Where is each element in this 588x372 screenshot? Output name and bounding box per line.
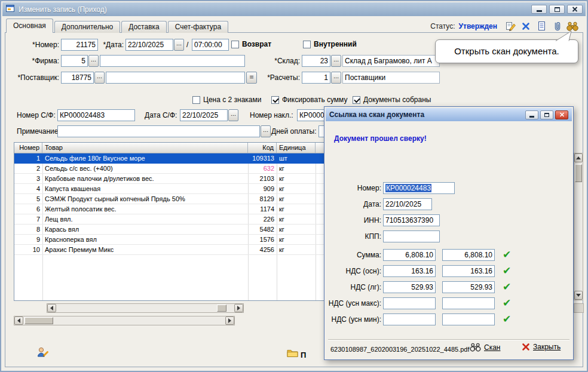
data-label: *Дата: [99,41,124,49]
firma-name-field [100,55,245,67]
equals-button[interactable]: = [246,72,257,84]
firma-picker-button[interactable]: ... [88,55,99,67]
close-dialog-action[interactable]: Закрыть [522,343,561,351]
data-field[interactable]: 22/10/2025 [125,39,173,51]
table-vscrollbar[interactable] [574,153,583,300]
sklad-picker-button[interactable]: ... [331,55,341,67]
cell-unit: кг [277,214,316,224]
dialog-minimize-button[interactable] [525,110,538,119]
cell-name: СЭМЖ Продукт сырный копченый Прядь 50% [42,194,248,204]
data-sf-field[interactable]: 22/10/2025 [180,109,228,121]
verification-checkmark: ✔ [500,248,513,261]
edit-user-icon[interactable] [36,346,49,361]
cell-unit: кг [277,194,316,204]
dialog-nds-lg-field-2[interactable]: 529.93 [442,281,495,293]
tab-schet-faktura[interactable]: Счет-фактура [168,21,228,33]
dialog-summa-field-2[interactable]: 6,808.10 [442,249,495,261]
time-field[interactable]: 07:00:00 [192,39,229,51]
dialog-inn-field[interactable]: 710513637390 [383,214,440,226]
scan-button[interactable]: Скан [470,343,500,352]
close-button[interactable] [567,5,583,14]
tab-dostavka[interactable]: Доставка [121,21,167,33]
vscroll-thumb[interactable] [575,164,582,182]
folder-icon[interactable] [286,348,299,360]
sklad-label: *Склад: [258,57,300,65]
cell-code: 909 [248,184,277,193]
cell-num: 1 [14,153,42,163]
dialog-nds-lg-field-1[interactable]: 529.93 [383,281,436,293]
tab-dopolnitelno[interactable]: Дополнительно [54,21,120,33]
raschety-name-field: Поставщики [342,72,440,84]
nomer-sf-field[interactable]: КР000024483 [57,109,135,121]
data-picker-button[interactable]: ... [174,39,184,51]
cancel-icon[interactable] [520,20,532,32]
dialog-nds-usn-min-field-2[interactable] [442,313,495,325]
dialog-summa-field-1[interactable]: 6,808.10 [383,249,436,261]
nomer-field[interactable]: 21175 [61,39,98,51]
hscroll-thumb[interactable] [217,305,226,312]
table-hscrollbar[interactable] [47,303,244,313]
scroll-left-button[interactable] [47,304,56,312]
scroll-up-button[interactable] [574,153,583,162]
cell-name: Лещ вял. [42,214,248,224]
tooltip-tail [549,30,575,41]
lower-hscrollbar[interactable] [14,316,235,325]
checkbox-cena[interactable]: Цена с 2 знаками [192,96,261,104]
primechanie-picker-button[interactable]: ... [261,125,271,137]
dialog-nds-usn-maks-field-2[interactable] [442,297,495,309]
minimize-button[interactable] [531,5,547,14]
table-header-nomer[interactable]: Номер [14,143,42,153]
table-header-tovar[interactable]: Товар [42,143,248,153]
dialog-nds-usn-min-field-1[interactable] [383,313,436,325]
dialog-nomer-field[interactable]: КР000024483 [383,182,455,194]
dialog-kpp-field[interactable] [383,230,440,242]
cell-name: Капуста квашеная [42,184,248,193]
scroll-down-button[interactable] [574,291,583,300]
raschety-picker-button[interactable]: ... [331,72,341,84]
sklad-field[interactable]: 23 [302,55,330,67]
data-sf-picker-button[interactable]: ... [228,109,238,121]
nomer-nakl-label: Номер накл.: [250,111,293,119]
dialog-nds-usn-maks-field-1[interactable] [383,297,436,309]
table-header-edinica[interactable]: Единица [277,143,316,153]
scan-filename: 6230108987_6202003196_20251022_4485.pdf [330,346,469,353]
status-value: Утвержден [459,22,497,30]
primechanie-field[interactable] [57,125,260,137]
verification-message: Документ прошел сверку! [334,134,427,143]
cell-code: 1576 [248,235,277,244]
minimize-icon [529,116,534,118]
nomer-label: *Номер: [13,41,59,49]
dialog-data-field[interactable]: 22/10/2025 [383,198,432,210]
scroll-right-button[interactable] [225,316,234,325]
dialog-maximize-button[interactable] [540,110,553,119]
raschety-field[interactable]: 1 [302,72,330,84]
checkbox-label: Фиксировать сумму [282,96,348,104]
edit-record-icon[interactable] [504,20,516,32]
dialog-nds-osn-field-2[interactable]: 163.16 [442,265,495,277]
document-icon[interactable] [535,20,547,32]
hscroll-thumb[interactable] [24,317,53,324]
tab-osnovnaya[interactable]: Основная [6,19,53,33]
firma-field[interactable]: 5 [61,55,88,67]
scroll-right-button[interactable] [234,304,243,312]
checkbox-label: Возврат [242,40,271,48]
postavshchik-picker-button[interactable]: ... [94,72,105,84]
cell-unit: кг [277,174,316,183]
checkbox-box [192,96,200,104]
dialog-nds-osn-field-1[interactable]: 163.16 [383,265,436,277]
checkbox-vnutrenniy[interactable]: Внутренний [303,40,357,48]
postavshchik-field[interactable]: 18775 [61,72,94,84]
folder-action-label[interactable]: П [301,351,306,359]
checkbox-dokumenty[interactable]: Документы собраны [353,96,431,104]
checkbox-fiksirovat[interactable]: Фиксировать сумму [271,96,348,104]
table-header-kod[interactable]: Код [248,143,277,153]
maximize-button[interactable] [549,5,565,14]
scroll-left-button[interactable] [14,316,23,325]
dialog-nds-lg-label: НДС (лг): [326,283,381,291]
status-label: Статус: [430,22,455,30]
dialog-close-button[interactable] [555,110,568,119]
cell-num: 8 [14,225,42,234]
binoculars-icon [470,343,481,352]
cell-unit: кг [277,235,316,244]
checkbox-vozvrat[interactable]: Возврат [231,40,271,48]
